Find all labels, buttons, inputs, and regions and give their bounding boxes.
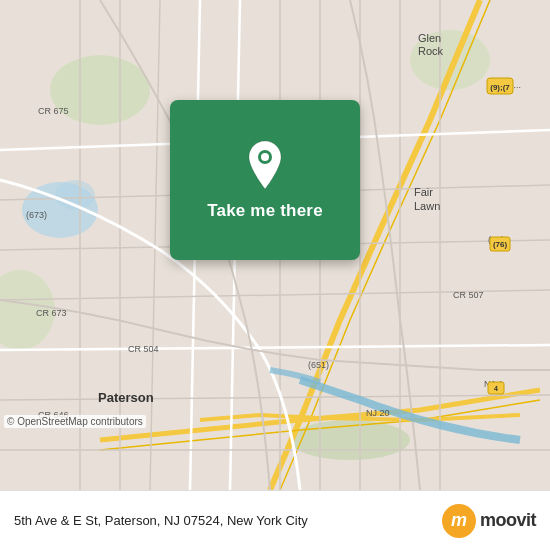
svg-text:Lawn: Lawn (414, 200, 440, 212)
moovit-m-icon: m (442, 504, 476, 538)
moovit-logo: m moovit (442, 504, 536, 538)
svg-text:(673): (673) (26, 210, 47, 220)
map-container: CR 675 (673) CR 673 CR 504 CR 646 (651) … (0, 0, 550, 490)
svg-point-47 (261, 153, 269, 161)
take-me-there-button[interactable]: Take me there (207, 201, 323, 221)
bottom-bar: 5th Ave & E St, Paterson, NJ 07524, New … (0, 490, 550, 550)
svg-text:Fair: Fair (414, 186, 433, 198)
svg-text:CR 675: CR 675 (38, 106, 69, 116)
svg-text:Rock: Rock (418, 45, 444, 57)
location-card[interactable]: Take me there (170, 100, 360, 260)
moovit-wordmark: moovit (480, 510, 536, 531)
svg-text:Paterson: Paterson (98, 390, 154, 405)
svg-text:(76): (76) (493, 240, 508, 249)
svg-text:(651): (651) (308, 360, 329, 370)
svg-text:CR 507: CR 507 (453, 290, 484, 300)
svg-text:(9);(7: (9);(7 (490, 83, 510, 92)
svg-text:CR 673: CR 673 (36, 308, 67, 318)
svg-text:Glen: Glen (418, 32, 441, 44)
pin-icon (243, 139, 287, 191)
osm-credit[interactable]: © OpenStreetMap contributors (4, 415, 146, 428)
svg-text:4: 4 (494, 385, 498, 392)
address-text: 5th Ave & E St, Paterson, NJ 07524, New … (14, 513, 442, 528)
svg-text:NJ 20: NJ 20 (366, 408, 390, 418)
svg-text:CR 504: CR 504 (128, 344, 159, 354)
